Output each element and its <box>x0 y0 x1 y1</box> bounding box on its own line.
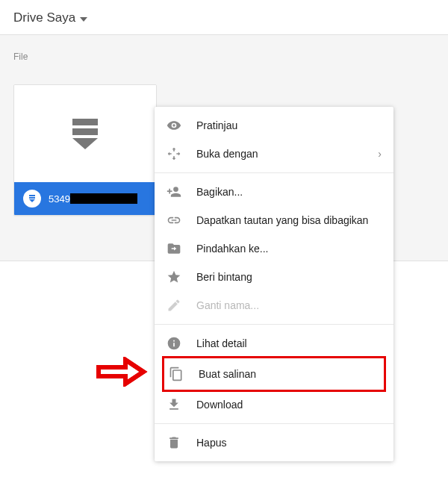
page-title: Drive Saya <box>13 10 75 25</box>
menu-make-copy[interactable]: Buat salinan <box>164 360 384 388</box>
menu-get-link[interactable]: Dapatkan tautan yang bisa dibagikan <box>155 206 393 234</box>
trash-icon <box>167 435 181 450</box>
menu-preview[interactable]: Pratinjau <box>155 111 393 140</box>
chevron-down-icon <box>80 11 87 25</box>
file-thumbnail <box>14 85 156 182</box>
pencil-icon <box>167 298 181 313</box>
copy-icon <box>169 367 184 381</box>
menu-separator <box>155 324 393 325</box>
menu-separator <box>155 172 393 173</box>
menu-star[interactable]: Beri bintang <box>155 263 393 291</box>
binary-file-icon <box>72 119 98 149</box>
menu-delete[interactable]: Hapus <box>155 428 393 457</box>
link-icon <box>167 213 181 228</box>
breadcrumb-current[interactable]: Drive Saya <box>13 10 435 25</box>
annotation-highlight: Buat salinan <box>162 356 386 392</box>
context-menu: Pratinjau Buka dengan › Bagikan... Dapat… <box>155 107 393 461</box>
file-name: 5349 <box>49 193 137 205</box>
menu-download[interactable]: Download <box>155 390 393 419</box>
download-icon <box>167 397 181 412</box>
person-add-icon <box>167 184 181 199</box>
menu-open-with[interactable]: Buka dengan › <box>155 140 393 168</box>
annotation-arrow-icon <box>96 357 148 390</box>
menu-share[interactable]: Bagikan... <box>155 178 393 206</box>
chevron-right-icon: › <box>378 148 382 160</box>
section-label: File <box>13 52 435 62</box>
menu-move-to[interactable]: Pindahkan ke... <box>155 234 393 263</box>
star-icon <box>167 269 181 284</box>
menu-separator <box>155 423 393 424</box>
info-icon <box>167 336 181 351</box>
eye-icon <box>167 118 181 133</box>
file-footer: 5349 <box>14 182 156 215</box>
menu-rename: Ganti nama... <box>155 291 393 320</box>
folder-move-icon <box>167 241 181 256</box>
open-with-icon <box>167 146 181 161</box>
file-type-badge-icon <box>23 190 41 208</box>
file-card[interactable]: 5349 <box>13 84 157 216</box>
menu-details[interactable]: Lihat detail <box>155 329 393 358</box>
